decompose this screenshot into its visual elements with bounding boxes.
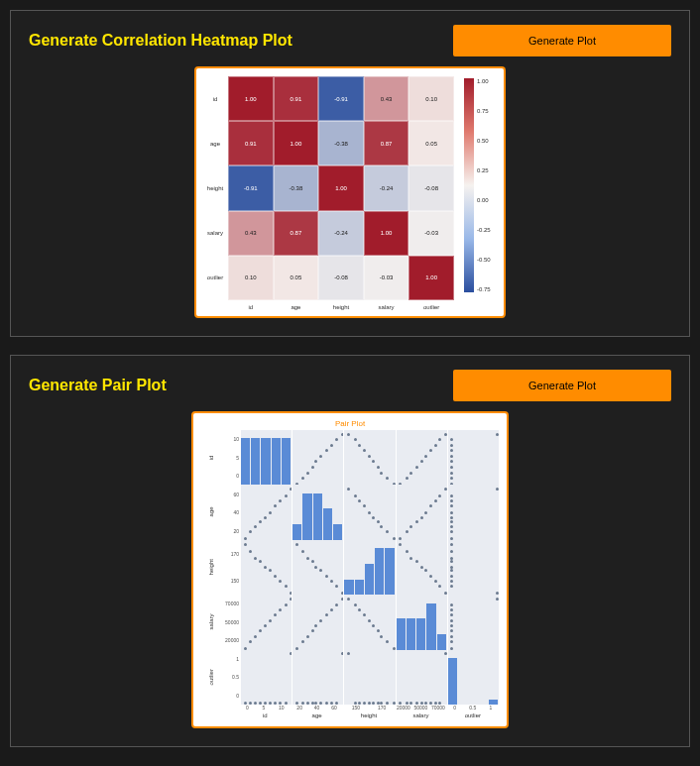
- pairplot-hist-cell: [241, 430, 292, 485]
- pairplot-ylabel: height: [201, 540, 221, 595]
- pairplot-scatter-cell: [241, 595, 292, 649]
- heatmap-ylabel: id: [202, 76, 228, 121]
- heatmap-colorbar: 1.000.750.500.250.00-0.25-0.50-0.75: [460, 68, 504, 316]
- heatmap-generate-button[interactable]: Generate Plot: [453, 25, 671, 56]
- heatmap-ylabel: height: [202, 165, 228, 210]
- pairplot-scatter-cell: [292, 430, 343, 485]
- pairplot-scatter-cell: [397, 540, 447, 595]
- heatmap-cell: -0.38: [274, 165, 319, 210]
- colorbar-tick: 0.50: [477, 138, 500, 144]
- pairplot-generate-button[interactable]: Generate Plot: [453, 370, 671, 401]
- colorbar-tick: 0.25: [477, 167, 500, 173]
- colorbar-tick: -0.75: [477, 286, 500, 292]
- heatmap-cell: 0.43: [364, 76, 409, 121]
- heatmap-cell: 1.00: [228, 76, 274, 121]
- heatmap-ylabel: age: [202, 121, 228, 165]
- pairplot-xlabel: salary: [395, 712, 446, 718]
- pairplot-scatter-cell: [397, 650, 447, 705]
- pairplot-scatter-cell: [344, 595, 395, 649]
- pairplot-xlabel: id: [239, 712, 291, 718]
- heatmap-cell: -0.24: [364, 165, 409, 210]
- pairplot-plot: Pair Plot id1050age604020height170150sal…: [191, 411, 509, 728]
- pairplot-title: Generate Pair Plot: [29, 377, 167, 394]
- heatmap-cell: 0.91: [228, 121, 274, 165]
- pairplot-hist-cell: [448, 650, 499, 705]
- heatmap-xlabel: age: [274, 300, 319, 310]
- heatmap-xlabel: id: [228, 300, 274, 310]
- pairplot-scatter-cell: [448, 595, 499, 649]
- pairplot-hist-cell: [397, 595, 447, 649]
- pairplot-panel: Generate Pair Plot Generate Plot Pair Pl…: [10, 355, 690, 747]
- colorbar-tick: 0.75: [477, 108, 500, 114]
- pairplot-yticks: 700005000020000: [221, 595, 241, 649]
- heatmap-cell: 1.00: [318, 165, 364, 210]
- heatmap-xlabel: salary: [364, 300, 409, 310]
- pairplot-scatter-cell: [292, 595, 343, 649]
- heatmap-panel: Generate Correlation Heatmap Plot Genera…: [10, 10, 690, 337]
- pairplot-scatter-cell: [241, 650, 292, 705]
- heatmap-cell: 0.87: [274, 211, 319, 256]
- pairplot-scatter-cell: [241, 485, 292, 539]
- heatmap-cell: 0.10: [228, 256, 274, 300]
- pairplot-ylabel: id: [201, 430, 221, 485]
- pairplot-scatter-cell: [344, 485, 395, 539]
- heatmap-cell: -0.91: [318, 76, 364, 121]
- pairplot-scatter-cell: [448, 485, 499, 539]
- pairplot-ylabel: age: [201, 485, 221, 539]
- colorbar-tick: 0.00: [477, 197, 500, 203]
- heatmap-cell: -0.03: [408, 211, 454, 256]
- heatmap-cell: 0.05: [274, 256, 319, 300]
- pairplot-scatter-cell: [448, 430, 499, 485]
- pairplot-scatter-cell: [241, 540, 292, 595]
- pairplot-scatter-cell: [397, 430, 447, 485]
- heatmap-cell: -0.03: [364, 256, 409, 300]
- heatmap-cell: 0.05: [408, 121, 454, 165]
- heatmap-cell: 1.00: [408, 256, 454, 300]
- heatmap-ylabel: outlier: [202, 256, 228, 300]
- pairplot-scatter-cell: [448, 540, 499, 595]
- colorbar-tick: -0.50: [477, 257, 500, 263]
- pairplot-yticks: 170150: [221, 540, 241, 595]
- pairplot-yticks: 1050: [221, 430, 241, 485]
- pairplot-panel-header: Generate Pair Plot Generate Plot: [29, 370, 671, 401]
- pairplot-scatter-cell: [397, 485, 447, 539]
- heatmap-cell: 0.87: [364, 121, 409, 165]
- pairplot-xticks: 0510: [239, 705, 291, 711]
- heatmap-cell: 0.91: [274, 76, 319, 121]
- heatmap-xlabel: height: [318, 300, 364, 310]
- heatmap-cell: 0.10: [408, 76, 454, 121]
- heatmap-cell: -0.24: [318, 211, 364, 256]
- pairplot-scatter-cell: [292, 650, 343, 705]
- pairplot-hist-cell: [292, 485, 343, 539]
- heatmap-xlabel: outlier: [408, 300, 454, 310]
- pairplot-scatter-cell: [344, 430, 395, 485]
- heatmap-ylabel: salary: [202, 211, 228, 256]
- pairplot-yticks: 604020: [221, 485, 241, 539]
- pairplot-scatter-cell: [344, 650, 395, 705]
- heatmap-cell: 1.00: [364, 211, 409, 256]
- pairplot-xlabel: outlier: [447, 712, 499, 718]
- heatmap-cell: -0.08: [408, 165, 454, 210]
- pairplot-xlabel: height: [343, 712, 395, 718]
- pairplot-xticks: 150170: [343, 705, 395, 711]
- pairplot-xticks: 200005000070000: [395, 705, 446, 711]
- heatmap-cell: -0.38: [318, 121, 364, 165]
- heatmap-panel-header: Generate Correlation Heatmap Plot Genera…: [29, 25, 671, 56]
- pairplot-yticks: 10.50: [221, 650, 241, 705]
- heatmap-cell: -0.91: [228, 165, 274, 210]
- pairplot-ylabel: outlier: [201, 650, 221, 705]
- heatmap-cell: -0.08: [318, 256, 364, 300]
- colorbar-tick: 1.00: [477, 78, 500, 84]
- heatmap-cell: 0.43: [228, 211, 274, 256]
- pairplot-plot-title: Pair Plot: [201, 419, 499, 428]
- pairplot-hist-cell: [344, 540, 395, 595]
- pairplot-ylabel: salary: [201, 595, 221, 649]
- heatmap-plot: id1.000.91-0.910.430.10age0.911.00-0.380…: [194, 66, 506, 318]
- pairplot-xticks: 204060: [291, 705, 342, 711]
- colorbar-tick: -0.25: [477, 227, 500, 233]
- colorbar-gradient: [464, 78, 474, 292]
- pairplot-xticks: 00.51: [447, 705, 499, 711]
- heatmap-title: Generate Correlation Heatmap Plot: [29, 32, 292, 50]
- pairplot-scatter-cell: [292, 540, 343, 595]
- pairplot-xlabel: age: [291, 712, 342, 718]
